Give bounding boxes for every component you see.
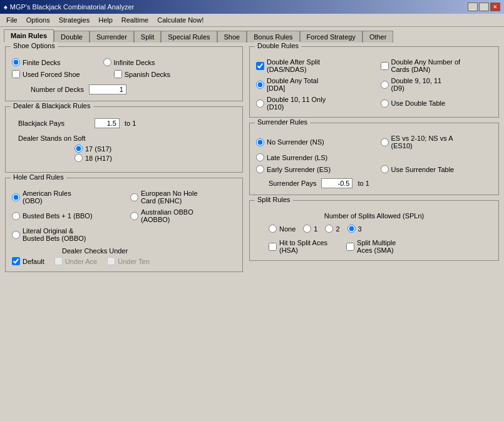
double-rules-group: Double Rules Double After Split(DAS/NDAS… [249,46,499,118]
dda-option[interactable]: Double Any Total[DDA] [256,77,368,92]
das-checkbox[interactable] [256,62,264,70]
literal-radio[interactable] [12,231,20,239]
split-1-option[interactable]: 1 [303,225,317,233]
infinite-decks-radio[interactable] [103,58,111,66]
s17-radio[interactable] [75,145,83,153]
split-2-radio[interactable] [325,225,333,233]
under-ace-option[interactable]: Under Ace [54,257,97,265]
split-multiple-aces-option[interactable]: Split MultipleAces (SMA) [346,239,396,254]
tab-bonus-rules[interactable]: Bonus Rules [247,31,299,43]
use-surrender-table-label: Use Surrender Table [391,166,455,173]
default-checkbox[interactable] [12,257,20,265]
d9-option[interactable]: Double 9, 10, 11(D9) [381,77,493,92]
tab-other[interactable]: Other [363,31,394,43]
es-vs-option[interactable]: ES vs 2-10; NS vs A(ES10) [381,134,493,150]
european-radio[interactable] [130,193,138,201]
use-double-table-option[interactable]: Use Double Table [381,96,493,111]
no-surrender-radio[interactable] [256,138,264,146]
european-option[interactable]: European No HoleCard (ENHC) [130,190,236,205]
tab-special-rules[interactable]: Special Rules [161,31,217,43]
used-forced-shoe-checkbox[interactable] [12,70,20,78]
s17-option[interactable]: 17 (S17) [75,145,111,153]
tab-forced-strategy[interactable]: Forced Strategy [300,31,363,43]
use-double-table-radio[interactable] [381,99,389,108]
split-3-radio[interactable] [347,225,356,233]
busted-bets-option[interactable]: Busted Bets + 1 (BBO) [12,208,118,223]
tabs-row: Main Rules Double Surrender Split Specia… [0,27,504,43]
d9-label: Double 9, 10, 11(D9) [391,77,442,92]
number-of-decks-label: Number of Decks [31,86,84,93]
h17-radio[interactable] [75,154,83,162]
menu-calculate[interactable]: Calculate Now! [153,15,207,25]
spanish-decks-checkbox[interactable] [114,70,122,78]
default-option[interactable]: Default [12,257,44,265]
surrender-rules-group: Surrender Rules No Surrender (NS) ES vs … [249,123,499,195]
menu-strategies[interactable]: Strategies [55,15,94,25]
finite-decks-radio[interactable] [12,58,20,66]
menu-bar: File Options Strategies Help Realtime Ca… [0,14,504,27]
split-3-label: 3 [358,225,362,233]
no-surrender-option[interactable]: No Surrender (NS) [256,134,368,150]
split-multiple-aces-checkbox[interactable] [346,243,354,251]
dan-option[interactable]: Double Any Number ofCards (DAN) [381,58,493,73]
literal-option[interactable]: Literal Original &Busted Bets (OBBO) [12,227,86,242]
split-none-radio[interactable] [269,225,277,233]
tab-main-rules[interactable]: Main Rules [4,29,54,43]
use-surrender-table-option[interactable]: Use Surrender Table [381,165,493,173]
split-3-option[interactable]: 3 [347,225,362,233]
used-forced-shoe-option[interactable]: Used Forced Shoe [12,70,80,78]
d9-radio[interactable] [381,81,389,89]
menu-file[interactable]: File [3,15,21,25]
menu-realtime[interactable]: Realtime [118,15,152,25]
hole-card-rules-group: Hole Card Rules American Rules(OBO) Euro… [5,178,243,272]
tab-shoe[interactable]: Shoe [217,31,247,43]
split-1-radio[interactable] [303,225,311,233]
spanish-decks-option[interactable]: Spanish Decks [114,70,170,78]
split-2-option[interactable]: 2 [325,225,339,233]
finite-decks-option[interactable]: Finite Decks [12,58,61,66]
american-rules-radio[interactable] [12,193,20,201]
late-surrender-option[interactable]: Late Surrender (LS) [256,153,368,161]
australian-label: Australian OBBO(AOBBO) [141,208,193,223]
tab-double[interactable]: Double [54,31,90,43]
das-option[interactable]: Double After Split(DAS/NDAS) [256,58,368,73]
dan-checkbox[interactable] [381,62,389,70]
australian-radio[interactable] [130,212,138,220]
late-surrender-radio[interactable] [256,153,264,161]
under-ten-option[interactable]: Under Ten [107,257,150,265]
d10-radio[interactable] [256,99,264,108]
maximize-button[interactable]: □ [479,3,489,11]
d10-option[interactable]: Double 10, 11 Only(D10) [256,96,368,111]
tab-surrender[interactable]: Surrender [90,31,134,43]
hit-split-aces-checkbox[interactable] [269,243,277,251]
tab-split[interactable]: Split [134,31,161,43]
literal-label: Literal Original &Busted Bets (OBBO) [23,227,86,242]
es-vs-radio[interactable] [381,138,389,146]
number-of-decks-input[interactable] [89,84,126,94]
under-ten-checkbox[interactable] [107,257,115,265]
dda-radio[interactable] [256,81,264,89]
menu-options[interactable]: Options [23,15,54,25]
early-surrender-option[interactable]: Early Surrender (ES) [256,165,368,173]
infinite-decks-option[interactable]: Infinite Decks [103,58,155,66]
shoe-options-title: Shoe Options [11,42,58,49]
split-2-label: 2 [336,225,339,233]
use-double-table-label: Use Double Table [391,99,446,107]
busted-bets-radio[interactable] [12,212,20,220]
default-label: Default [23,258,44,265]
hit-split-aces-option[interactable]: Hit to Split Aces(HSA) [269,239,327,254]
australian-option[interactable]: Australian OBBO(AOBBO) [130,208,236,223]
use-surrender-table-radio[interactable] [381,165,389,173]
american-rules-option[interactable]: American Rules(OBO) [12,190,118,205]
close-button[interactable]: ✕ [490,3,500,11]
minimize-button[interactable]: _ [468,3,478,11]
under-ace-checkbox[interactable] [54,257,63,265]
early-surrender-radio[interactable] [256,165,264,173]
blackjack-pays-input[interactable] [95,118,120,128]
dan-label: Double Any Number ofCards (DAN) [391,58,461,73]
split-none-option[interactable]: None [269,225,296,233]
h17-option[interactable]: 18 (H17) [75,154,112,162]
surrender-pays-input[interactable] [321,178,352,188]
surrender-rules-title: Surrender Rules [255,118,310,126]
menu-help[interactable]: Help [95,15,116,25]
